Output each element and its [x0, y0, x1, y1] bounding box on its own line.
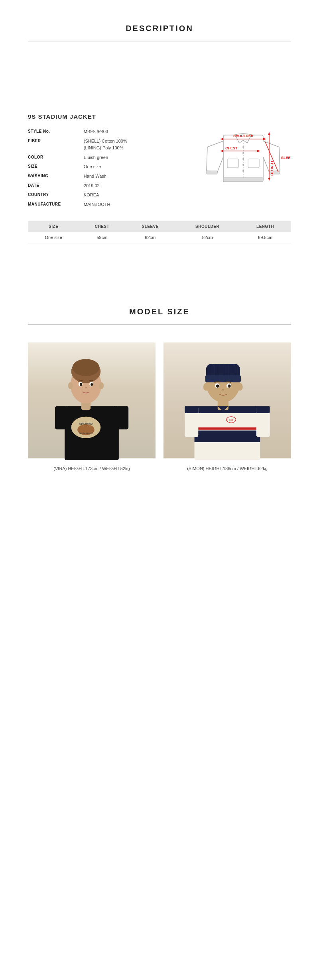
svg-text:MB: MB — [229, 419, 233, 421]
svg-point-70 — [203, 383, 209, 391]
male-model-svg: MB — [163, 341, 291, 460]
size-chart-col-header: SHOULDER — [175, 221, 239, 232]
spec-value: 2019.02 — [84, 181, 156, 191]
size-chart-col-header: LENGTH — [239, 221, 291, 232]
svg-point-6 — [242, 152, 244, 154]
svg-marker-22 — [268, 178, 270, 181]
female-model-svg: ORCHARD FRESH FRUITS — [28, 341, 156, 460]
svg-point-41 — [92, 384, 93, 385]
svg-rect-10 — [227, 159, 238, 168]
female-model-item: ORCHARD FRESH FRUITS — [28, 341, 156, 473]
svg-rect-1 — [223, 178, 263, 182]
svg-text:SLEEVE: SLEEVE — [281, 156, 291, 160]
svg-point-43 — [99, 382, 104, 389]
size-chart-cell: 69.5cm — [239, 232, 291, 243]
spec-label: COUNTRY — [28, 190, 84, 200]
svg-rect-49 — [195, 427, 260, 430]
spec-label: WASHING — [28, 172, 84, 181]
svg-point-71 — [237, 383, 243, 391]
male-model-caption: (SIMON) HEIGHT:186cm / WEIGHT:62kg — [163, 464, 291, 473]
svg-rect-11 — [248, 159, 259, 168]
spec-value: Hand Wash — [84, 172, 156, 181]
male-model-item: MB — [163, 341, 291, 473]
spec-label: MANUFACTURE — [28, 200, 84, 210]
jacket-svg: SHOULDER CHEST LENGTH SLEEVE — [195, 113, 291, 193]
male-photo: MB — [163, 341, 291, 460]
svg-text:LENGTH: LENGTH — [270, 161, 274, 176]
svg-text:CHEST: CHEST — [225, 146, 238, 150]
spec-value: Bluish green — [84, 153, 156, 163]
spec-value: (SHELL) Cotton 100%(LINING) Poly 100% — [84, 137, 156, 153]
svg-text:FRESH FRUITS: FRESH FRUITS — [79, 433, 93, 435]
svg-marker-21 — [268, 132, 270, 135]
product-info-block: 9S STADIUM JACKET STYLE No.MB9SJP403FIBE… — [28, 113, 291, 209]
size-chart-table: SIZECHESTSLEEVESHOULDERLENGTH One size59… — [28, 221, 291, 243]
female-photo: ORCHARD FRESH FRUITS — [28, 341, 156, 460]
jacket-diagram: SHOULDER CHEST LENGTH SLEEVE — [195, 113, 291, 193]
spec-row: MANUFACTUREMAINBOOTH — [28, 200, 156, 210]
size-chart-col-header: CHEST — [79, 221, 125, 232]
svg-point-7 — [242, 158, 244, 160]
svg-rect-45 — [113, 406, 128, 429]
section-divider — [28, 41, 291, 41]
size-chart-cell: One size — [28, 232, 79, 243]
svg-point-40 — [81, 384, 82, 385]
svg-point-42 — [68, 382, 73, 389]
spec-label: FIBER — [28, 137, 84, 153]
svg-marker-14 — [263, 138, 266, 140]
spec-value: MB9SJP403 — [84, 127, 156, 137]
size-chart-cell: 62cm — [125, 232, 175, 243]
spec-table: STYLE No.MB9SJP403FIBER(SHELL) Cotton 10… — [28, 127, 156, 209]
spec-row: DATE2019.02 — [28, 181, 156, 191]
description-section: DESCRIPTION 9S STADIUM JACKET STYLE No.M… — [0, 0, 319, 259]
svg-rect-75 — [256, 406, 270, 413]
svg-rect-74 — [185, 406, 198, 413]
spec-label: SIZE — [28, 162, 84, 172]
svg-point-5 — [242, 146, 244, 148]
description-title: DESCRIPTION — [28, 24, 291, 33]
size-chart-row: One size59cm62cm52cm69.5cm — [28, 232, 291, 243]
spec-row: SIZEOne size — [28, 162, 156, 172]
size-chart-cell: 59cm — [79, 232, 125, 243]
product-name: 9S STADIUM JACKET — [28, 113, 156, 120]
product-details: 9S STADIUM JACKET STYLE No.MB9SJP403FIBE… — [28, 113, 156, 209]
svg-rect-50 — [195, 431, 260, 442]
size-chart-col-header: SLEEVE — [125, 221, 175, 232]
spec-value: One size — [84, 162, 156, 172]
spec-row: COUNTRYKOREA — [28, 190, 156, 200]
svg-text:SHOULDER: SHOULDER — [233, 134, 254, 138]
svg-point-68 — [217, 385, 219, 387]
spec-row: STYLE No.MB9SJP403 — [28, 127, 156, 137]
model-size-title: MODEL SIZE — [28, 307, 291, 316]
model-size-section: MODEL SIZE — [0, 259, 319, 497]
spec-label: COLOR — [28, 153, 84, 163]
female-model-caption: (VIRA) HEIGHT:173cm / WEIGHT:52kg — [28, 464, 156, 473]
size-chart-cell: 52cm — [175, 232, 239, 243]
model-size-divider — [28, 324, 291, 325]
size-chart-body: One size59cm62cm52cm69.5cm — [28, 232, 291, 243]
spec-row: COLORBluish green — [28, 153, 156, 163]
size-chart-header: SIZECHESTSLEEVESHOULDERLENGTH — [28, 221, 291, 232]
svg-rect-2 — [207, 171, 217, 174]
spec-label: STYLE No. — [28, 127, 84, 137]
svg-point-8 — [242, 164, 244, 166]
svg-marker-13 — [220, 138, 223, 140]
spec-row: WASHINGHand Wash — [28, 172, 156, 181]
spec-value: MAINBOOTH — [84, 200, 156, 210]
spec-value: KOREA — [84, 190, 156, 200]
size-chart-col-header: SIZE — [28, 221, 79, 232]
page-wrapper: DESCRIPTION 9S STADIUM JACKET STYLE No.M… — [0, 0, 319, 980]
model-photos: ORCHARD FRESH FRUITS — [28, 341, 291, 473]
svg-point-69 — [229, 385, 230, 387]
spec-label: DATE — [28, 181, 84, 191]
spec-row: FIBER(SHELL) Cotton 100%(LINING) Poly 10… — [28, 137, 156, 153]
svg-rect-44 — [55, 406, 71, 429]
svg-point-35 — [73, 359, 100, 376]
svg-rect-56 — [205, 375, 241, 382]
svg-point-9 — [242, 170, 244, 172]
